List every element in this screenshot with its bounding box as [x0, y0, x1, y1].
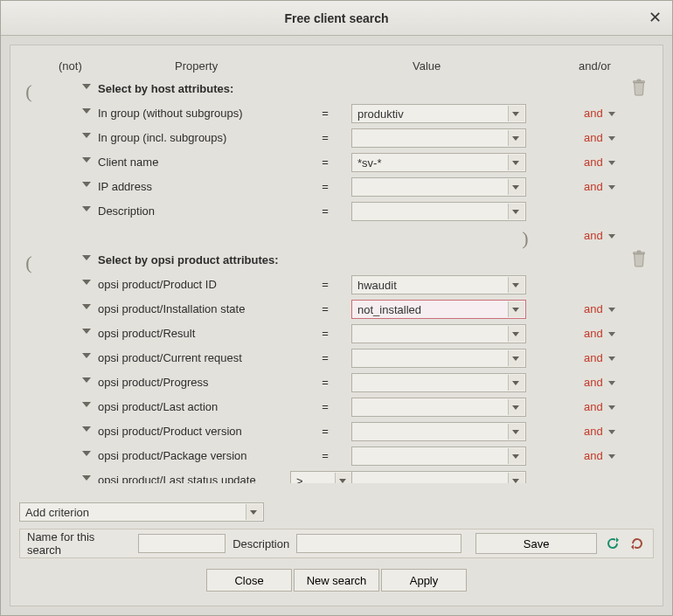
not-toggle[interactable]	[82, 133, 91, 138]
criterion-row-description: Description=	[19, 199, 654, 224]
criterion-row-current-request: opsi product/Current request=and	[19, 346, 654, 370]
value-select[interactable]	[351, 202, 526, 221]
andor-toggle[interactable]: and	[584, 376, 615, 389]
paren-close-icon[interactable]: )	[516, 227, 535, 250]
trash-icon	[631, 79, 647, 96]
refresh-icon[interactable]	[604, 535, 621, 552]
apply-button[interactable]: Apply	[381, 569, 467, 592]
value-input[interactable]	[351, 471, 526, 483]
operator-equals: =	[316, 425, 334, 438]
refresh-alt-icon[interactable]	[628, 535, 646, 552]
delete-section-host[interactable]	[631, 79, 650, 98]
property-label: opsi product/Current request	[98, 351, 290, 364]
value-select[interactable]	[351, 104, 526, 123]
section-opsi-label: Select by opsi product attributes:	[98, 253, 290, 266]
property-label: Client name	[98, 156, 290, 169]
section-opsi-header: ( Select by opsi product attributes:	[19, 248, 654, 273]
value-select[interactable]	[351, 177, 526, 197]
value-input[interactable]	[351, 373, 526, 392]
operator-equals: =	[316, 302, 334, 315]
value-input[interactable]	[351, 177, 526, 197]
not-toggle[interactable]	[82, 108, 91, 114]
property-label: Description	[98, 204, 290, 218]
property-label: opsi product/Last status update	[98, 474, 290, 483]
save-button[interactable]: Save	[475, 533, 597, 554]
value-select[interactable]	[351, 300, 526, 319]
andor-toggle[interactable]: and	[584, 449, 615, 462]
andor-toggle[interactable]: and	[584, 107, 615, 120]
not-toggle[interactable]	[82, 426, 91, 432]
value-input[interactable]	[351, 202, 526, 221]
not-toggle[interactable]	[82, 157, 91, 163]
paren-open-icon[interactable]: (	[19, 252, 38, 274]
operator-value[interactable]	[290, 471, 353, 483]
andor-toggle[interactable]: and	[584, 400, 615, 413]
not-toggle[interactable]	[82, 353, 91, 358]
search-desc-input[interactable]	[296, 534, 461, 553]
value-select[interactable]	[351, 128, 526, 148]
criterion-row-product-version: opsi product/Product version=and	[19, 419, 654, 444]
value-select[interactable]	[351, 471, 526, 483]
value-select[interactable]	[351, 275, 526, 294]
andor-toggle[interactable]: and	[584, 229, 615, 242]
andor-toggle[interactable]: and	[584, 327, 615, 340]
value-select[interactable]	[351, 373, 526, 392]
save-bar: Name for this search Description Save	[19, 529, 654, 558]
value-input[interactable]	[351, 349, 526, 368]
not-toggle[interactable]	[82, 84, 91, 89]
not-toggle[interactable]	[82, 280, 91, 285]
section-host-header: ( Select by host attributes:	[19, 77, 654, 101]
property-label: opsi product/Result	[98, 327, 290, 340]
value-input[interactable]	[351, 446, 526, 466]
not-toggle[interactable]	[82, 377, 91, 383]
property-label: opsi product/Package version	[98, 449, 290, 462]
not-toggle[interactable]	[82, 475, 91, 481]
not-toggle[interactable]	[82, 304, 91, 309]
header-value: Value	[413, 59, 441, 73]
not-toggle[interactable]	[82, 255, 91, 260]
andor-toggle[interactable]: and	[584, 302, 615, 315]
value-select[interactable]	[351, 349, 526, 368]
delete-section-opsi[interactable]	[631, 250, 650, 269]
value-select[interactable]	[351, 153, 526, 172]
andor-toggle[interactable]: and	[584, 351, 615, 364]
value-select[interactable]	[351, 324, 526, 343]
operator-select[interactable]	[290, 471, 353, 483]
operator-equals: =	[316, 278, 334, 291]
andor-toggle[interactable]: and	[584, 156, 615, 169]
value-select[interactable]	[351, 398, 526, 417]
close-icon[interactable]: ✕	[644, 8, 665, 29]
not-toggle[interactable]	[82, 329, 91, 334]
value-input[interactable]	[351, 104, 526, 123]
value-input[interactable]	[351, 128, 526, 148]
not-toggle[interactable]	[82, 182, 91, 187]
close-button[interactable]: Close	[206, 569, 292, 592]
section-host-label: Select by host attributes:	[98, 82, 290, 95]
value-input[interactable]	[351, 324, 526, 343]
search-name-input[interactable]	[138, 534, 225, 553]
andor-toggle[interactable]: and	[584, 131, 615, 144]
value-input[interactable]	[351, 300, 526, 319]
andor-toggle[interactable]: and	[584, 425, 615, 438]
operator-equals: =	[316, 204, 334, 218]
new-search-button[interactable]: New search	[294, 569, 379, 592]
value-input[interactable]	[351, 153, 526, 172]
not-toggle[interactable]	[82, 206, 91, 211]
work-area: (not) Property Value and/or ( Select by …	[10, 45, 663, 606]
criterion-row-ip-address: IP address=and	[19, 175, 654, 199]
value-input[interactable]	[351, 275, 526, 294]
desc-label: Description	[232, 537, 289, 550]
value-input[interactable]	[351, 422, 526, 441]
operator-equals: =	[316, 107, 334, 120]
value-select[interactable]	[351, 446, 526, 466]
not-toggle[interactable]	[82, 402, 91, 407]
value-select[interactable]	[351, 422, 526, 441]
andor-toggle[interactable]: and	[584, 180, 615, 193]
paren-open-icon[interactable]: (	[19, 80, 38, 103]
operator-equals: =	[316, 400, 334, 413]
add-criterion-select[interactable]	[19, 502, 264, 522]
value-input[interactable]	[351, 398, 526, 417]
add-criterion-value[interactable]	[19, 502, 264, 522]
not-toggle[interactable]	[82, 451, 91, 456]
trash-icon	[631, 250, 647, 267]
